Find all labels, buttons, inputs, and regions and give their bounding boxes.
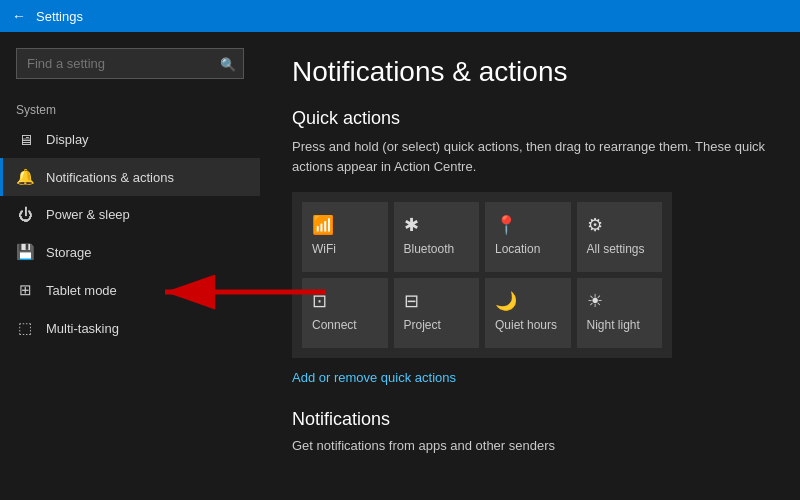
page-title: Notifications & actions [292, 56, 768, 88]
sidebar-item-label: Multi-tasking [46, 321, 119, 336]
allsettings-icon: ⚙ [587, 214, 603, 236]
project-icon: ⊟ [404, 290, 419, 312]
search-box[interactable]: 🔍 [16, 48, 244, 79]
content-area: Notifications & actions Quick actions Pr… [260, 32, 800, 500]
sidebar-item-label: Notifications & actions [46, 170, 174, 185]
sidebar-item-label: Power & sleep [46, 207, 130, 222]
bluetooth-icon: ✱ [404, 214, 419, 236]
add-remove-link[interactable]: Add or remove quick actions [292, 370, 768, 385]
quick-action-connect[interactable]: ⊡ Connect [302, 278, 388, 348]
notifications-icon: 🔔 [16, 168, 34, 186]
sidebar-item-label: Tablet mode [46, 283, 117, 298]
sidebar-section-label: System [0, 95, 260, 121]
search-icon: 🔍 [220, 56, 236, 71]
location-icon: 📍 [495, 214, 517, 236]
sidebar-item-storage[interactable]: 💾 Storage [0, 233, 260, 271]
allsettings-label: All settings [587, 242, 645, 256]
quick-action-wifi[interactable]: 📶 WiFi [302, 202, 388, 272]
quiethours-icon: 🌙 [495, 290, 517, 312]
title-bar: ← Settings [0, 0, 800, 32]
quick-action-project[interactable]: ⊟ Project [394, 278, 480, 348]
notifications-title: Notifications [292, 409, 768, 430]
notifications-description: Get notifications from apps and other se… [292, 438, 768, 453]
search-input[interactable] [16, 48, 244, 79]
quick-actions-grid: 📶 WiFi ✱ Bluetooth 📍 Location ⚙ All sett… [292, 192, 672, 358]
sidebar-item-display[interactable]: 🖥 Display [0, 121, 260, 158]
sidebar-item-tablet[interactable]: ⊞ Tablet mode [0, 271, 260, 309]
title-bar-title: Settings [36, 9, 83, 24]
project-label: Project [404, 318, 441, 332]
quick-action-bluetooth[interactable]: ✱ Bluetooth [394, 202, 480, 272]
wifi-icon: 📶 [312, 214, 334, 236]
sidebar-item-label: Display [46, 132, 89, 147]
quick-action-allsettings[interactable]: ⚙ All settings [577, 202, 663, 272]
sidebar-item-label: Storage [46, 245, 92, 260]
sidebar-item-power[interactable]: ⏻ Power & sleep [0, 196, 260, 233]
sidebar: 🔍 System 🖥 Display 🔔 Notifications & act… [0, 32, 260, 500]
connect-label: Connect [312, 318, 357, 332]
storage-icon: 💾 [16, 243, 34, 261]
quiethours-label: Quiet hours [495, 318, 557, 332]
back-button[interactable]: ← [12, 8, 26, 24]
quick-action-nightlight[interactable]: ☀ Night light [577, 278, 663, 348]
wifi-label: WiFi [312, 242, 336, 256]
quick-actions-title: Quick actions [292, 108, 768, 129]
multitasking-icon: ⬚ [16, 319, 34, 337]
tablet-icon: ⊞ [16, 281, 34, 299]
sidebar-item-notifications[interactable]: 🔔 Notifications & actions [0, 158, 260, 196]
quick-action-location[interactable]: 📍 Location [485, 202, 571, 272]
nightlight-icon: ☀ [587, 290, 603, 312]
nightlight-label: Night light [587, 318, 640, 332]
power-icon: ⏻ [16, 206, 34, 223]
quick-action-quiethours[interactable]: 🌙 Quiet hours [485, 278, 571, 348]
quick-actions-description: Press and hold (or select) quick actions… [292, 137, 768, 176]
bluetooth-label: Bluetooth [404, 242, 455, 256]
display-icon: 🖥 [16, 131, 34, 148]
connect-icon: ⊡ [312, 290, 327, 312]
location-label: Location [495, 242, 540, 256]
sidebar-item-multitasking[interactable]: ⬚ Multi-tasking [0, 309, 260, 347]
main-layout: 🔍 System 🖥 Display 🔔 Notifications & act… [0, 32, 800, 500]
sidebar-items: 🖥 Display 🔔 Notifications & actions ⏻ Po… [0, 121, 260, 347]
